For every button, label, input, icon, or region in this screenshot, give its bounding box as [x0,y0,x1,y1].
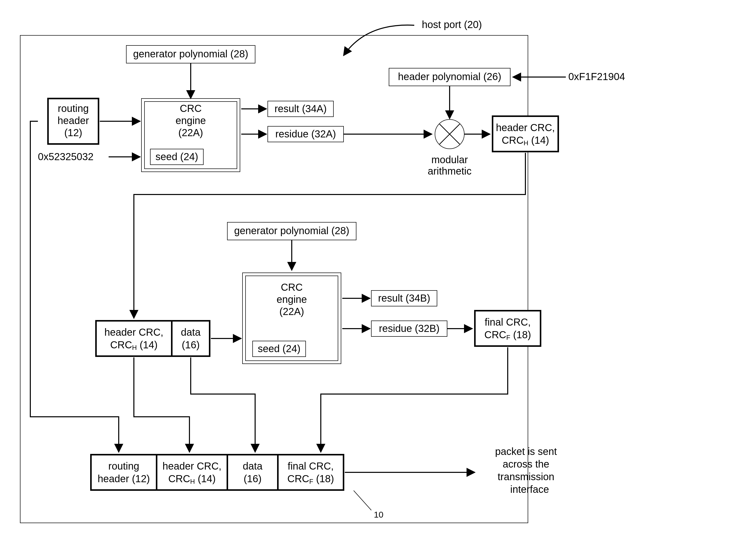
crc-engine2-l3: (22A) [279,306,304,317]
sent-l4: interface [510,484,549,495]
pkt-final-l1: final CRC, [288,460,334,472]
data-mid-l2: (16) [182,339,200,351]
pkt-routing-l2: header (12) [98,473,150,484]
residue-b-label: residue (32B) [379,323,439,334]
crc-engine1-l1: CRC [180,103,202,114]
diagram-canvas: host port (20) generator polynomial (28)… [0,0,754,560]
header-crc-top-l1: header CRC, [496,122,555,133]
pkt-routing-l1: routing [108,460,139,472]
sent-l3: transmission [498,471,554,482]
crc-engine1-l2: engine [176,115,206,126]
seed-label-2: seed (24) [258,343,301,354]
pkt-hdrcrc-l1: header CRC, [162,460,221,472]
hex-header-poly: 0xF1F21904 [568,71,625,82]
mod-arith-l2: arithmetic [428,165,471,177]
hex-seed: 0x52325032 [38,151,94,162]
pkt-data-box [227,455,278,490]
result-a-label: result (34A) [275,103,327,114]
sent-l1: packet is sent [495,446,557,457]
gen-poly-label-mid: generator polynomial (28) [234,225,349,236]
data-box-mid [172,321,210,356]
pkt-data-l2: (16) [243,473,261,484]
ref-10: 10 [374,510,383,519]
host-port-label: host port (20) [422,19,482,30]
sent-l2: across the [503,458,550,469]
final-crc-l1: final CRC, [485,317,531,327]
gen-poly-label-top: generator polynomial (28) [133,48,248,59]
routing-header-l2: header [58,115,89,126]
pkt-data-l1: data [243,460,263,472]
residue-a-label: residue (32A) [275,128,336,139]
crc-engine2-l2: engine [277,294,307,305]
result-b-label: result (34B) [378,293,431,304]
routing-header-l3: (12) [64,127,82,138]
crc-engine1-l3: (22A) [178,127,203,138]
mod-arith-l1: modular [432,154,468,165]
header-crc-mid-l1: header CRC, [104,326,163,338]
header-poly-label: header polynomial (26) [398,71,501,82]
data-mid-l1: data [181,326,201,338]
routing-header-l1: routing [58,103,89,114]
crc-engine2-l1: CRC [281,282,303,293]
seed-label-1: seed (24) [156,151,198,162]
pkt-routing-box [91,455,157,490]
